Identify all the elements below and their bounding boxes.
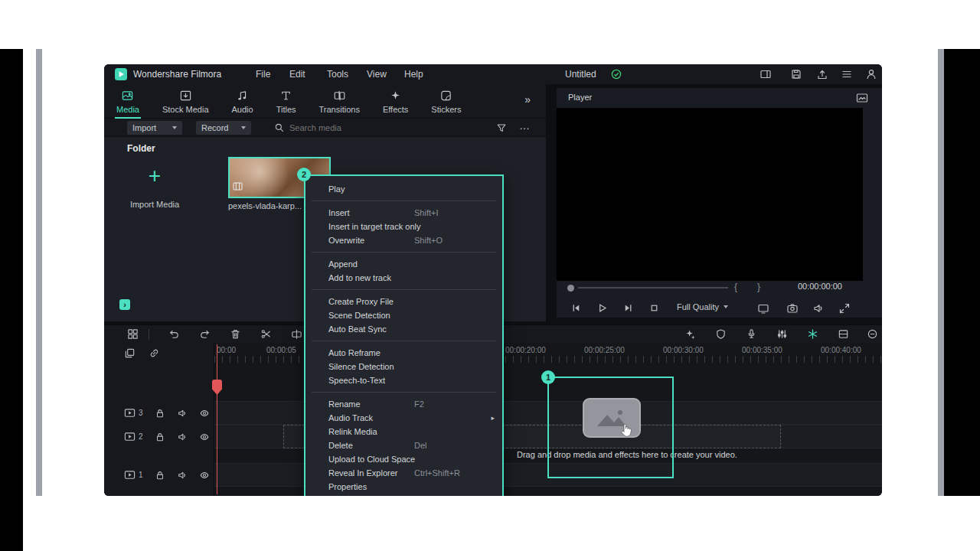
preview-video-area[interactable] [557,108,863,281]
menu-help[interactable]: Help [404,69,423,80]
external-display-icon[interactable] [757,302,769,315]
media-browser-toggle-icon[interactable] [127,328,139,340]
library-tabs: Media Stock Media Audio Titles Transitio… [115,84,462,119]
menu-item-append[interactable]: Append [305,257,502,271]
menu-item-rename[interactable]: RenameF2 [305,397,502,411]
undo-icon[interactable] [168,328,180,340]
menu-item-reveal-in-explorer[interactable]: Reveal In ExplorerCtrl+Shift+R [305,466,502,480]
menu-item-auto-reframe[interactable]: Auto Reframe [305,346,502,360]
ruler-label: 00:00:25:00 [584,346,625,354]
menu-file[interactable]: File [256,69,270,80]
snapshot-icon[interactable] [786,302,799,315]
lock-icon[interactable] [155,432,165,442]
tab-transitions[interactable]: Transitions [318,84,361,119]
account-icon[interactable] [865,68,877,80]
menu-tools[interactable]: Tools [327,69,348,80]
visibility-icon[interactable] [199,432,210,442]
mute-icon[interactable] [177,408,188,419]
play-icon[interactable] [596,302,608,317]
mask-icon[interactable] [715,328,727,340]
import-button[interactable]: Import [127,121,182,135]
mute-icon[interactable] [177,432,188,442]
menu-item-auto-beat-sync[interactable]: Auto Beat Sync [305,322,502,336]
seek-track[interactable] [578,287,728,289]
menu-item-properties[interactable]: Properties [305,480,502,494]
menu-item-scene-detection[interactable]: Scene Detection [305,308,502,322]
menu-item-play[interactable]: Play [305,182,502,196]
titles-tab-icon [279,90,292,102]
context-menu: 2 Play InsertShift+I Insert in target tr… [304,174,504,496]
tab-effects[interactable]: Effects [381,84,410,119]
tab-stock-media[interactable]: Stock Media [161,84,211,119]
panel-collapse-button[interactable]: › [119,299,130,310]
more-options-icon[interactable]: … [519,119,531,132]
visibility-icon[interactable] [199,470,210,481]
hand-cursor-icon [619,422,633,441]
video-clip-icon [233,180,243,194]
menu-item-overwrite[interactable]: OverwriteShift+O [305,233,502,247]
delete-icon[interactable] [230,328,241,340]
record-button[interactable]: Record [196,121,251,135]
video-track-icon[interactable] [124,407,136,419]
drop-zone-highlight[interactable]: 1 [547,377,674,478]
zoom-out-icon[interactable] [867,328,878,340]
quality-selector[interactable]: Full Quality [677,302,728,311]
render-preview-icon[interactable] [807,328,818,343]
mute-icon[interactable] [177,470,188,481]
menu-item-create-proxy-file[interactable]: Create Proxy File [305,295,502,308]
menu-icon[interactable] [841,68,853,80]
menu-item-upload-to-cloud-space[interactable]: Upload to Cloud Space [305,452,502,466]
menu-edit[interactable]: Edit [289,69,305,80]
menu-item-insert-in-target-track-only[interactable]: Insert in target track only [305,220,502,233]
menu-item-silence-detection[interactable]: Silence Detection [305,360,502,373]
previous-frame-icon[interactable] [570,302,582,317]
menu-item-audio-track[interactable]: Audio Track▸ [305,411,502,425]
mark-in-icon[interactable]: { [734,282,737,292]
caret-down-icon [241,126,246,129]
step-badge-1: 1 [541,370,555,384]
menu-item-speech-to-text[interactable]: Speech-to-Text [305,373,502,387]
import-tile-label: Import Media [130,200,179,209]
stickers-tab-icon [439,90,452,102]
volume-icon[interactable] [812,302,825,315]
import-media-tile[interactable]: + Import Media [126,157,184,210]
stop-icon[interactable] [648,302,660,317]
menu-item-insert[interactable]: InsertShift+I [305,206,502,220]
cut-icon[interactable] [260,328,272,340]
tab-stickers[interactable]: Stickers [430,84,462,119]
expand-tabs-icon[interactable]: » [524,93,531,106]
magic-tools-icon[interactable] [684,328,696,343]
redo-icon[interactable] [199,328,211,340]
mark-out-icon[interactable]: } [757,282,760,292]
menu-item-add-to-new-track[interactable]: Add to new track [305,271,502,285]
menu-item-relink-media[interactable]: Relink Media [305,425,502,439]
link-clips-icon[interactable] [149,347,160,359]
upload-icon[interactable] [816,68,828,80]
ruler-label: 00:00:20:00 [505,346,546,354]
tab-audio[interactable]: Audio [230,84,255,119]
video-track-icon[interactable] [124,431,136,442]
save-icon[interactable] [790,68,802,80]
seek-handle[interactable] [567,285,574,292]
tab-titles[interactable]: Titles [275,84,298,119]
video-track-icon[interactable] [124,469,136,481]
voiceover-mic-icon[interactable] [746,328,757,340]
menu-item-delete[interactable]: DeleteDel [305,439,502,452]
workspace-layout-icon[interactable] [760,68,772,80]
search-input[interactable] [289,121,473,135]
audio-mixer-icon[interactable] [776,328,788,340]
manage-tracks-icon[interactable] [124,347,136,359]
fullscreen-icon[interactable] [838,302,851,315]
track-height-icon[interactable] [838,328,849,340]
filter-icon[interactable] [496,122,507,133]
menu-view[interactable]: View [367,69,387,80]
preview-window-icon[interactable] [856,92,868,104]
next-frame-icon[interactable] [622,302,634,317]
visibility-icon[interactable] [199,408,210,419]
tab-media[interactable]: Media [115,84,141,119]
playhead-line [217,344,217,494]
lock-icon[interactable] [155,408,165,419]
lock-icon[interactable] [155,470,165,481]
split-icon[interactable] [291,328,302,340]
player-title: Player [568,93,592,102]
